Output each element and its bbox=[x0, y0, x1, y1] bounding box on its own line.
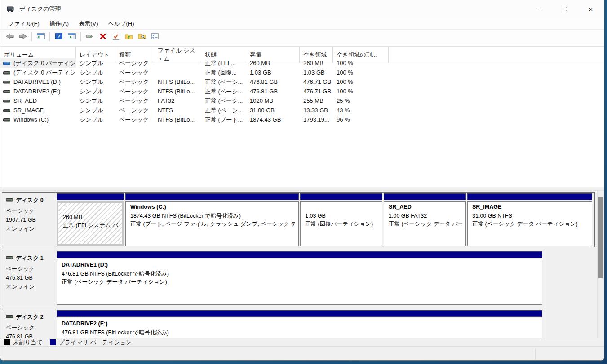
cell-type: ベーシック bbox=[115, 115, 154, 124]
disk-0-label[interactable]: ディスク 0 ベーシック 1907.71 GB オンライン bbox=[2, 193, 55, 247]
volume-row-sr-image[interactable]: SR_IMAGE シンプル ベーシック NTFS 正常 (ベーシ... 31.0… bbox=[0, 105, 604, 115]
partition-datadrive2[interactable]: DATADRIVE2 (E:) 476.81 GB NTFS (BitLocke… bbox=[57, 310, 542, 338]
svg-text:?: ? bbox=[57, 34, 60, 39]
explore-button[interactable] bbox=[135, 31, 148, 43]
help-button[interactable]: ? bbox=[52, 31, 65, 43]
partition-color-band bbox=[467, 193, 592, 200]
cell-status: 正常 (ベーシ... bbox=[201, 87, 246, 96]
partition-efi[interactable]: 260 MB 正常 (EFI システム パー bbox=[57, 193, 124, 246]
partition-name: DATADRIVE2 (E:) bbox=[62, 320, 538, 329]
cell-layout: シンプル bbox=[76, 115, 115, 124]
partition-sr-aed[interactable]: SR_AED 1.00 GB FAT32 正常 (ベーシック データ パーティ bbox=[384, 193, 466, 246]
delete-volume-button[interactable] bbox=[96, 31, 109, 43]
partition-name: SR_IMAGE bbox=[472, 204, 588, 212]
cell-free: 255 MB bbox=[300, 96, 333, 105]
cell-capacity: 1874.43 GB bbox=[246, 115, 300, 124]
cell-fs: NTFS (BitLo... bbox=[154, 77, 201, 87]
properties-button[interactable] bbox=[148, 31, 161, 43]
check-page-icon bbox=[113, 33, 119, 41]
volume-row-datadrive2[interactable]: DATADRIVE2 (E:) シンプル ベーシック NTFS (BitLo..… bbox=[0, 87, 604, 96]
open-button[interactable] bbox=[122, 31, 135, 43]
folder-search-icon bbox=[138, 33, 146, 41]
drive-icon bbox=[3, 70, 10, 75]
partition-size: 260 MB bbox=[63, 213, 119, 221]
cell-free: 1.03 GB bbox=[300, 68, 333, 77]
panel-splitter[interactable] bbox=[0, 187, 604, 191]
disk-management-app-icon bbox=[7, 6, 15, 13]
disk-status: オンライン bbox=[6, 224, 52, 233]
disk-size: 476.81 GB bbox=[6, 273, 52, 282]
volume-name: DATADRIVE2 (E:) bbox=[13, 88, 60, 95]
properties-list-icon bbox=[151, 33, 159, 41]
volume-row-datadrive1[interactable]: DATADRIVE1 (D:) シンプル ベーシック NTFS (BitLo..… bbox=[0, 77, 604, 87]
menu-action[interactable]: 操作(A) bbox=[44, 18, 74, 30]
cell-free-pct: 96 % bbox=[333, 115, 389, 124]
forward-button[interactable] bbox=[16, 31, 29, 43]
window-title: ディスクの管理 bbox=[19, 5, 61, 13]
cell-type: ベーシック bbox=[115, 77, 154, 87]
legend-bar: 未割り当て プライマリ パーティション bbox=[0, 338, 604, 346]
partition-status: 正常 (ブート, ページ ファイル, クラッシュ ダンプ, ベーシック データ … bbox=[130, 220, 295, 228]
vertical-scrollbar[interactable] bbox=[597, 191, 603, 338]
volume-row-windows-c[interactable]: Windows (C:) シンプル ベーシック NTFS (BitLo... 正… bbox=[0, 115, 604, 124]
menu-bar: ファイル(F) 操作(A) 表示(V) ヘルプ(H) bbox=[0, 18, 604, 30]
cell-free-pct: 100 % bbox=[333, 87, 389, 96]
disk-status: オンライン bbox=[6, 282, 52, 291]
cell-status: 正常 (ベーシ... bbox=[201, 105, 246, 115]
disk-name: ディスク 1 bbox=[16, 254, 44, 262]
volume-name: SR_AED bbox=[13, 97, 37, 104]
legend-unallocated: 未割り当て bbox=[4, 338, 43, 346]
close-button[interactable]: × bbox=[578, 0, 604, 18]
partition-sr-image[interactable]: SR_IMAGE 31.00 GB NTFS 正常 (ベーシック データ パーテ… bbox=[467, 193, 592, 246]
status-bar-divider bbox=[535, 349, 536, 360]
partition-color-band bbox=[57, 310, 542, 317]
minimize-button[interactable] bbox=[526, 0, 552, 18]
maximize-button[interactable] bbox=[552, 0, 578, 18]
partition-windows-c[interactable]: Windows (C:) 1874.43 GB NTFS (BitLocker … bbox=[125, 193, 299, 246]
cell-free-pct: 25 % bbox=[333, 96, 389, 105]
toolbar-separator bbox=[49, 32, 50, 41]
partition-size: 476.81 GB NTFS (BitLocker で暗号化済み) bbox=[62, 329, 538, 337]
disk-icon bbox=[6, 197, 13, 204]
partition-name: Windows (C:) bbox=[130, 204, 295, 212]
disk-name: ディスク 2 bbox=[16, 313, 44, 321]
legend-label: プライマリ パーティション bbox=[59, 338, 132, 346]
cell-fs: NTFS (BitLo... bbox=[154, 115, 201, 124]
disk-2-label[interactable]: ディスク 2 ベーシック 476.81 GB bbox=[2, 309, 55, 338]
menu-file[interactable]: ファイル(F) bbox=[3, 18, 44, 30]
cell-fs: FAT32 bbox=[154, 96, 201, 105]
disk-type: ベーシック bbox=[6, 323, 52, 332]
menu-view[interactable]: 表示(V) bbox=[74, 18, 103, 30]
cell-free-pct: 100 % bbox=[333, 68, 389, 77]
menu-help[interactable]: ヘルプ(H) bbox=[103, 18, 139, 30]
cell-layout: シンプル bbox=[76, 77, 115, 87]
partition-recovery[interactable]: 1.03 GB 正常 (回復パーティション) bbox=[300, 193, 382, 246]
rescan-disks-button[interactable] bbox=[83, 31, 96, 43]
partition-name: SR_AED bbox=[389, 204, 462, 212]
volume-row-recovery[interactable]: (ディスク 0 パーティショ... シンプル ベーシック 正常 (回復... 1… bbox=[0, 68, 604, 77]
show-action-pane-button[interactable] bbox=[65, 31, 78, 43]
partition-color-band bbox=[384, 193, 466, 200]
check-mark-button[interactable] bbox=[109, 31, 122, 43]
back-button[interactable] bbox=[3, 31, 16, 43]
cell-type: ベーシック bbox=[115, 87, 154, 96]
partition-size: 476.81 GB NTFS (BitLocker で暗号化済み) bbox=[62, 270, 538, 278]
partition-size: 1874.43 GB NTFS (BitLocker で暗号化済み) bbox=[130, 212, 295, 220]
volume-row-efi[interactable]: (ディスク 0 パーティショ... シンプル ベーシック 正常 (EFI ...… bbox=[0, 58, 604, 68]
volume-name: (ディスク 0 パーティショ... bbox=[13, 59, 76, 67]
partition-datadrive1[interactable]: DATADRIVE1 (D:) 476.81 GB NTFS (BitLocke… bbox=[57, 251, 542, 305]
disk-1-label[interactable]: ディスク 1 ベーシック 476.81 GB オンライン bbox=[2, 250, 55, 306]
partition-status: 正常 (回復パーティション) bbox=[305, 220, 378, 228]
toolbar-separator bbox=[31, 32, 32, 41]
cell-type: ベーシック bbox=[115, 58, 154, 68]
volume-list-panel: ボリューム レイアウト 種類 ファイル システム 状態 容量 空き領域 空き領域… bbox=[0, 44, 604, 187]
volume-name: (ディスク 0 パーティショ... bbox=[13, 69, 76, 77]
disk-row-0: ディスク 0 ベーシック 1907.71 GB オンライン 260 MB 正常 … bbox=[2, 192, 595, 247]
partition-size: 1.03 GB bbox=[305, 212, 378, 220]
show-console-tree-button[interactable] bbox=[34, 31, 47, 43]
unallocated-swatch bbox=[4, 339, 10, 345]
volume-list-body: (ディスク 0 パーティショ... シンプル ベーシック 正常 (EFI ...… bbox=[0, 58, 604, 124]
volume-row-sr-aed[interactable]: SR_AED シンプル ベーシック FAT32 正常 (ベーシ... 1020 … bbox=[0, 96, 604, 105]
scrollbar-thumb[interactable] bbox=[598, 197, 603, 278]
cell-status: 正常 (回復... bbox=[201, 68, 246, 77]
